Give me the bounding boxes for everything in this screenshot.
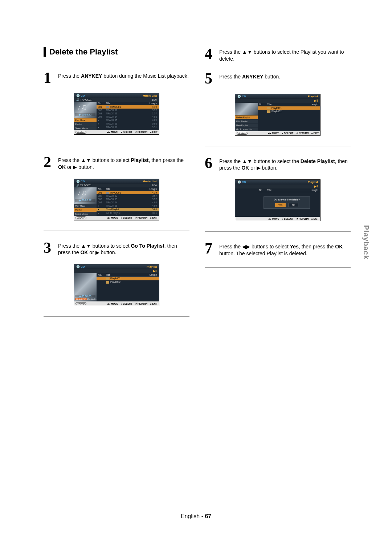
chapter-tab: Playback: [362, 225, 370, 260]
menu-edit-playlist[interactable]: Edit Playlist: [235, 119, 258, 123]
menu-play-mode[interactable]: Play Mode: [74, 204, 97, 208]
list-item[interactable]: 003TRACK 033:57: [97, 198, 159, 201]
step-text: Press the ◀▶ buttons to select Yes, then…: [219, 242, 351, 257]
step-text: Press the ▲▼ buttons to select Playlist,…: [58, 155, 189, 171]
screen-name: Music List: [143, 94, 157, 97]
return-icon: ↺: [135, 131, 137, 133]
list-item[interactable]: 003TRACK 033:57: [97, 112, 159, 115]
page-title: Delete the Playlist: [44, 47, 189, 57]
list-item[interactable]: 001TRACK 014:19: [97, 105, 159, 109]
step-number: 5: [205, 72, 215, 86]
playback-icon: ▶Ⅱ: [314, 185, 318, 188]
menu-playlist[interactable]: Playlist: [74, 208, 97, 212]
folder-icon: [267, 107, 270, 109]
playback-icon: ▶Ⅱ: [314, 99, 318, 102]
step-text: Press the ▲▼ buttons to select Go To Pla…: [58, 241, 189, 256]
list-item[interactable]: 004TRACK 044:03: [97, 201, 159, 204]
list-item: [258, 115, 320, 115]
separator: [205, 231, 351, 232]
separator: [205, 146, 351, 146]
separator: [44, 316, 189, 317]
list-item: [97, 286, 159, 287]
screenshot-music-list-2: 💿 CD Music List 🔊 TRACK01 1/16 ♪♫ ▶ 00:0…: [74, 179, 159, 220]
step-4: 4 Press the ▲▼ buttons to select the Pla…: [205, 47, 351, 62]
separator: [205, 267, 351, 268]
menu-playlist[interactable]: Playlist: [74, 122, 97, 126]
confirm-dialog: Do you want to delete? Yes No: [264, 196, 310, 209]
folder-icon: [267, 110, 270, 113]
step-7: 7 Press the ◀▶ buttons to select Yes, th…: [205, 242, 351, 257]
step-text: Press the ▲▼ buttons to select the Playl…: [219, 47, 351, 62]
select-icon: ●: [121, 131, 122, 133]
bold: ANYKEY: [81, 73, 102, 79]
page-footer: English - 67: [0, 513, 392, 520]
menu-play-mode[interactable]: Play Mode: [74, 118, 97, 122]
list-item[interactable]: ▸TRACK 054:09: [97, 204, 159, 208]
step-number: 1: [44, 71, 54, 85]
list-item[interactable]: 004TRACK 044:03: [97, 115, 159, 118]
anykey-button[interactable]: Anykey: [75, 216, 86, 219]
list-item[interactable]: Playlist01: [258, 106, 320, 110]
step-2: 2 Press the ▲▼ buttons to select Playlis…: [44, 155, 189, 171]
step-3: 3 Press the ▲▼ buttons to select Go To P…: [44, 241, 189, 256]
step-text: Press the ANYKEY button.: [219, 72, 280, 80]
playback-icon: ▶Ⅱ: [153, 269, 157, 273]
list-item[interactable]: 001TRACK 014:19: [97, 191, 159, 194]
list-item[interactable]: 002TRACK 023:57: [97, 194, 159, 198]
text: button during the Music List playback.: [102, 73, 188, 79]
menu-new-playlist[interactable]: New Playlist: [235, 123, 258, 127]
folder-icon: [106, 277, 109, 280]
track-name: 🔊 TRACK01: [76, 98, 91, 101]
step-number: 7: [205, 242, 215, 256]
submenu-new-playlist[interactable]: ▸New Playlist5:08: [97, 208, 159, 211]
step-5: 5 Press the ANYKEY button.: [205, 72, 351, 86]
separator: [44, 231, 189, 231]
track-counter: 1/16: [152, 98, 157, 101]
menu-delete-playlist[interactable]: Delete Playlist: [235, 115, 258, 119]
cd-label: 💿 CD: [76, 94, 85, 97]
anykey-button[interactable]: Anykey: [75, 131, 86, 134]
menu-go-to-music-list[interactable]: Go To Music List: [235, 127, 258, 131]
screenshot-playlist-browse: 💿 CD Playlist ▶Ⅱ ■ 00:00:00 PLAYLISTPlay…: [74, 264, 159, 306]
step-number: 6: [205, 157, 215, 170]
list-item[interactable]: Playlist01: [97, 277, 159, 280]
list-item[interactable]: ▸TRACK 065:08: [97, 122, 159, 126]
menu-select-media[interactable]: Select Media: [74, 126, 97, 130]
list-item[interactable]: 002TRACK 023:57: [97, 109, 159, 112]
folder-icon: [106, 281, 109, 284]
step-1: 1 Press the ANYKEY button during the Mus…: [44, 71, 189, 85]
anykey-button[interactable]: Anykey: [237, 132, 248, 135]
list-item[interactable]: Playlist02: [258, 110, 320, 113]
exit-icon: ■: [150, 131, 152, 133]
text: Press the: [58, 73, 81, 79]
list-item[interactable]: ▸TRACK 054:09: [97, 118, 159, 122]
screenshot-music-list-1: 💿 CD Music List 🔊 TRACK01 1/16 ♪♫ ▶ 00:0…: [74, 93, 159, 135]
nav-bar: Anykey ◀▶ MOVE ● SELECT ↺ RETURN ■ EXIT: [74, 130, 159, 134]
step-number: 4: [205, 47, 215, 61]
no-button[interactable]: No: [289, 203, 298, 207]
yes-button[interactable]: Yes: [275, 203, 286, 207]
submenu-go-to-playlist[interactable]: ▸Go To Playlist3:31: [97, 211, 159, 215]
confirm-question: Do you want to delete?: [265, 198, 308, 201]
list-item[interactable]: ▸TRACK 073:31: [97, 126, 159, 129]
screenshot-playlist-menu: 💿 CD Playlist ▶Ⅱ Delete Playlist Edit Pl…: [235, 94, 320, 136]
music-icon: ♪♫: [77, 104, 87, 110]
menu-select-media[interactable]: Select Media: [74, 212, 97, 216]
music-icon: ♪♫: [77, 190, 87, 196]
list-header: No. Title Length: [97, 102, 159, 105]
elapsed-time: ▶ 00:02:22: [75, 113, 95, 116]
move-icon: ◀▶: [107, 131, 110, 133]
step-number: 3: [44, 241, 54, 255]
separator: [44, 145, 189, 145]
step-text: Press the ▲▼ buttons to select the Delet…: [219, 157, 351, 172]
step-6: 6 Press the ▲▼ buttons to select the Del…: [205, 157, 351, 172]
screenshot-delete-confirm: 💿 CD Playlist ▶Ⅱ No. Title Length: [235, 179, 320, 221]
list-item[interactable]: Playlist02: [97, 280, 159, 284]
anykey-button[interactable]: Anykey: [75, 302, 86, 305]
step-number: 2: [44, 155, 54, 169]
step-text: Press the ANYKEY button during the Music…: [58, 71, 189, 80]
